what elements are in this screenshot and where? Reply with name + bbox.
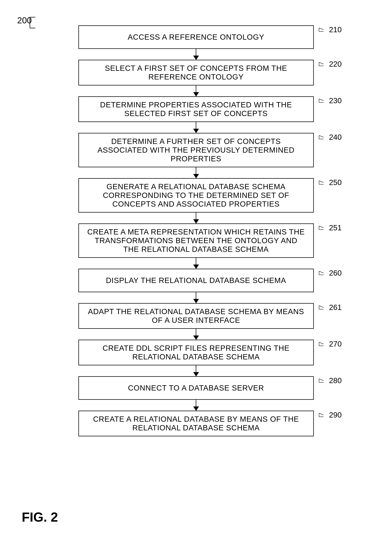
step-290-row: CREATE A RELATIONAL DATABASE BY MEANS OF… [0,411,392,436]
bracket-230 [318,98,329,103]
bracket-240 [318,135,329,140]
bracket-290 [318,412,329,418]
bracket-270 [318,341,329,347]
step-250-number: 250 [329,178,342,187]
arrow-10 [196,400,196,411]
step-280-box: CONNECT TO A DATABASE SERVER [78,376,314,400]
step-250-row: GENERATE A RELATIONAL DATABASE SCHEMA CO… [0,178,392,212]
svg-line-18 [319,226,324,228]
arrow-3 [196,122,196,133]
step-270-row: CREATE DDL SCRIPT FILES REPRESENTING THE… [0,340,392,365]
step-260-box: DISPLAY THE RELATIONAL DATABASE SCHEMA [78,269,314,292]
step-270-number: 270 [329,340,342,348]
step-240-number: 240 [329,133,342,142]
step-280-number: 280 [329,376,342,385]
step-260-row: DISPLAY THE RELATIONAL DATABASE SCHEMA 2… [0,269,392,292]
step-210-box: ACCESS A REFERENCE ONTOLOGY [78,25,314,49]
step-210-number: 210 [329,25,342,34]
step-270-box: CREATE DDL SCRIPT FILES REPRESENTING THE… [78,340,314,365]
svg-line-21 [319,271,324,273]
step-250-text: GENERATE A RELATIONAL DATABASE SCHEMA CO… [86,182,306,208]
step-260-number: 260 [329,269,342,277]
step-220-number: 220 [329,60,342,68]
arrow-9 [196,365,196,376]
bracket-210 [318,27,329,32]
bracket-261 [318,305,329,310]
step-270-text: CREATE DDL SCRIPT FILES REPRESENTING THE… [86,344,306,361]
step-210-text: ACCESS A REFERENCE ONTOLOGY [128,33,264,41]
svg-line-33 [319,413,324,415]
step-240-text: DETERMINE A FURTHER SET OF CONCEPTS ASSO… [86,137,306,163]
svg-line-27 [319,342,324,344]
bracket-250 [318,180,329,185]
bracket-280 [318,378,329,383]
arrow-8 [196,329,196,340]
svg-line-3 [319,28,324,30]
svg-line-12 [319,135,324,137]
arrow-5 [196,212,196,223]
step-251-number: 251 [329,223,342,232]
step-230-text: DETERMINE PROPERTIES ASSOCIATED WITH THE… [86,101,306,118]
step-240-box: DETERMINE A FURTHER SET OF CONCEPTS ASSO… [78,133,314,167]
step-220-text: SELECT A FIRST SET OF CONCEPTS FROM THE … [86,64,306,81]
step-210-row: ACCESS A REFERENCE ONTOLOGY 210 [0,25,392,49]
figure-label: FIG. 2 [22,510,58,525]
step-230-number: 230 [329,96,342,105]
step-220-box: SELECT A FIRST SET OF CONCEPTS FROM THE … [78,60,314,86]
step-261-number: 261 [329,303,342,312]
step-290-text: CREATE A RELATIONAL DATABASE BY MEANS OF… [86,415,306,432]
step-290-number: 290 [329,411,342,419]
step-290-box: CREATE A RELATIONAL DATABASE BY MEANS OF… [78,411,314,436]
bracket-220 [318,61,329,67]
svg-line-15 [319,181,324,183]
flow-wrapper: ACCESS A REFERENCE ONTOLOGY 210 SELECT A… [0,11,392,436]
arrow-4 [196,167,196,178]
svg-line-9 [319,99,324,101]
arrow-6 [196,258,196,269]
step-230-box: DETERMINE PROPERTIES ASSOCIATED WITH THE… [78,96,314,122]
arrow-1 [196,49,196,60]
svg-line-30 [319,379,324,380]
svg-line-6 [319,62,324,64]
svg-line-24 [319,306,324,308]
step-250-box: GENERATE A RELATIONAL DATABASE SCHEMA CO… [78,178,314,212]
step-230-row: DETERMINE PROPERTIES ASSOCIATED WITH THE… [0,96,392,122]
bracket-260 [318,270,329,276]
arrow-7 [196,292,196,303]
step-280-text: CONNECT TO A DATABASE SERVER [128,384,264,392]
step-261-box: ADAPT THE RELATIONAL DATABASE SCHEMA BY … [78,303,314,329]
step-251-row: CREATE A META REPRESENTATION WHICH RETAI… [0,223,392,258]
step-220-row: SELECT A FIRST SET OF CONCEPTS FROM THE … [0,60,392,86]
step-280-row: CONNECT TO A DATABASE SERVER 280 [0,376,392,400]
step-251-box: CREATE A META REPRESENTATION WHICH RETAI… [78,223,314,258]
bracket-251 [318,225,329,231]
step-260-text: DISPLAY THE RELATIONAL DATABASE SCHEMA [106,276,286,285]
diagram-container: 200 ACCESS A REFERENCE ONTOLOGY 210 SELE… [0,0,392,539]
step-240-row: DETERMINE A FURTHER SET OF CONCEPTS ASSO… [0,133,392,167]
step-251-text: CREATE A META REPRESENTATION WHICH RETAI… [86,228,306,254]
arrow-2 [196,86,196,96]
step-261-row: ADAPT THE RELATIONAL DATABASE SCHEMA BY … [0,303,392,329]
step-261-text: ADAPT THE RELATIONAL DATABASE SCHEMA BY … [86,307,306,325]
